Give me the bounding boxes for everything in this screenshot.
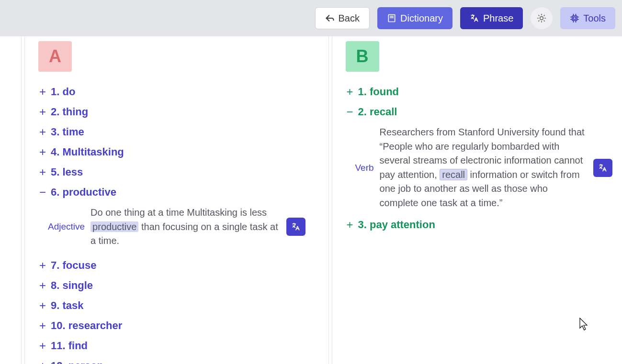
translate-button[interactable] (286, 218, 305, 236)
back-label: Back (339, 13, 360, 24)
word-label: 6. productive (51, 186, 116, 199)
phrase-button[interactable]: Phrase (460, 7, 523, 29)
badge-a: A (38, 41, 72, 72)
word-item-thing[interactable]: + 2. thing (38, 105, 305, 119)
word-item-focuse[interactable]: + 7. focuse (38, 259, 305, 272)
expand-icon: + (38, 259, 47, 272)
svg-line-10 (544, 15, 544, 16)
word-item-pay-attention[interactable]: + 3. pay attention (346, 218, 613, 232)
word-label: 8. single (51, 279, 93, 292)
svg-line-11 (539, 21, 539, 21)
word-item-less[interactable]: + 5. less (38, 165, 305, 179)
word-item-single[interactable]: + 8. single (38, 279, 305, 292)
expand-icon: + (38, 319, 47, 332)
column-b-border (328, 36, 332, 364)
expand-icon: + (346, 218, 354, 232)
expand-icon: + (346, 85, 354, 99)
back-button[interactable]: Back (315, 7, 370, 29)
tools-label: Tools (583, 13, 606, 24)
content-area: A + 1. do + 2. thing + 3. time + 4. Mult… (0, 36, 622, 364)
definition-text: Do one thing at a time Multitasking is l… (90, 206, 280, 248)
column-a: A + 1. do + 2. thing + 3. time + 4. Mult… (4, 36, 311, 364)
definition-productive: Adjective Do one thing at a time Multita… (48, 206, 305, 248)
expand-icon: + (38, 279, 47, 292)
svg-rect-12 (572, 16, 577, 21)
svg-line-9 (544, 21, 544, 21)
expand-icon: + (38, 85, 47, 99)
word-label: 12. person (51, 360, 103, 364)
svg-rect-13 (574, 17, 576, 20)
word-label: 11. find (51, 340, 88, 352)
word-label: 3. pay attention (358, 219, 435, 231)
word-item-found[interactable]: + 1. found (346, 85, 613, 99)
highlighted-word: recall (440, 169, 467, 180)
expand-icon: + (38, 125, 47, 139)
word-label: 7. focuse (51, 259, 96, 272)
word-label: 1. do (51, 86, 75, 98)
expand-icon: + (38, 339, 47, 353)
badge-b: B (346, 41, 379, 72)
dictionary-button[interactable]: Dictionary (377, 7, 452, 29)
sun-icon (537, 13, 546, 23)
collapse-icon: − (38, 186, 47, 199)
translate-icon (598, 163, 608, 173)
svg-line-8 (539, 15, 539, 16)
word-item-recall[interactable]: − 2. recall (346, 105, 613, 119)
word-item-productive[interactable]: − 6. productive (38, 186, 305, 199)
word-label: 2. recall (358, 106, 397, 118)
dictionary-label: Dictionary (400, 13, 443, 24)
word-item-task[interactable]: + 9. task (38, 299, 305, 312)
word-item-person[interactable]: + 12. person (38, 359, 305, 364)
theme-toggle-button[interactable] (531, 7, 553, 29)
expand-icon: + (38, 359, 47, 364)
collapse-icon: − (346, 105, 354, 119)
word-item-time[interactable]: + 3. time (38, 125, 305, 139)
word-label: 10. researcher (51, 320, 122, 332)
translate-icon (291, 222, 301, 232)
expand-icon: + (38, 299, 47, 312)
definition-recall: Verb Researchers from Stanford Universit… (355, 125, 613, 210)
word-label: 1. found (358, 86, 399, 98)
part-of-speech: Verb (355, 163, 374, 173)
svg-point-3 (540, 17, 543, 20)
expand-icon: + (38, 105, 47, 119)
tools-button[interactable]: Tools (560, 7, 615, 29)
translate-icon (470, 13, 479, 23)
highlighted-word: productive (90, 221, 138, 232)
part-of-speech: Adjective (48, 221, 85, 232)
column-a-border (21, 36, 25, 364)
word-label: 9. task (51, 299, 84, 312)
cpu-icon (570, 13, 579, 23)
word-item-find[interactable]: + 11. find (38, 339, 305, 353)
toolbar: Back Dictionary Phrase Tools (0, 0, 622, 36)
word-label: 4. Multitasking (51, 146, 124, 158)
expand-icon: + (38, 165, 47, 179)
word-item-do[interactable]: + 1. do (38, 85, 305, 99)
phrase-label: Phrase (483, 13, 513, 24)
definition-text: Researchers from Stanford University fou… (380, 125, 588, 210)
word-item-multitasking[interactable]: + 4. Multitasking (38, 145, 305, 159)
book-icon (387, 13, 396, 23)
word-label: 2. thing (51, 106, 88, 118)
expand-icon: + (38, 145, 47, 159)
column-b: B + 1. found − 2. recall Verb Researcher… (311, 36, 619, 364)
word-label: 3. time (51, 126, 84, 138)
word-label: 5. less (51, 166, 83, 178)
translate-button[interactable] (593, 159, 612, 177)
back-arrow-icon (325, 13, 335, 23)
word-item-researcher[interactable]: + 10. researcher (38, 319, 305, 332)
